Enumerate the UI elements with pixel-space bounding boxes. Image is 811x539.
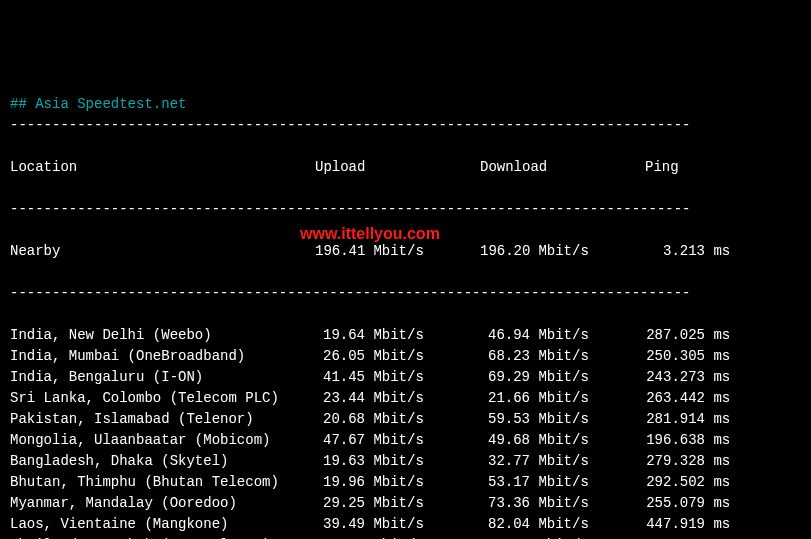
- table-row: Thailand, Bangkok (CAT Telecom)46.61 Mbi…: [10, 535, 801, 539]
- divider-top: ----------------------------------------…: [10, 115, 801, 136]
- nearby-ping: 3.213 ms: [645, 241, 730, 262]
- cell-upload: 29.25 Mbit/s: [315, 493, 480, 514]
- table-row: Bangladesh, Dhaka (Skytel)19.63 Mbit/s32…: [10, 451, 801, 472]
- nearby-download: 196.20 Mbit/s: [480, 241, 645, 262]
- cell-location: India, Mumbai (OneBroadband): [10, 346, 315, 367]
- table-row: Bhutan, Thimphu (Bhutan Telecom)19.96 Mb…: [10, 472, 801, 493]
- cell-location: Myanmar, Mandalay (Ooredoo): [10, 493, 315, 514]
- cell-upload: 26.05 Mbit/s: [315, 346, 480, 367]
- cell-location: Bangladesh, Dhaka (Skytel): [10, 451, 315, 472]
- cell-download: 59.53 Mbit/s: [480, 409, 645, 430]
- table-row: India, New Delhi (Weebo)19.64 Mbit/s46.9…: [10, 325, 801, 346]
- col-location: Location: [10, 157, 315, 178]
- cell-download: 68.23 Mbit/s: [480, 346, 645, 367]
- cell-download: 53.17 Mbit/s: [480, 472, 645, 493]
- table-row: Pakistan, Islamabad (Telenor)20.68 Mbit/…: [10, 409, 801, 430]
- cell-ping: 196.638 ms: [645, 430, 730, 451]
- cell-ping: 250.305 ms: [645, 346, 730, 367]
- cell-location: Thailand, Bangkok (CAT Telecom): [10, 535, 315, 539]
- cell-location: Laos, Vientaine (Mangkone): [10, 514, 315, 535]
- cell-download: 73.36 Mbit/s: [480, 493, 645, 514]
- cell-upload: 20.68 Mbit/s: [315, 409, 480, 430]
- divider-nearby: ----------------------------------------…: [10, 283, 801, 304]
- cell-ping: 255.079 ms: [645, 493, 730, 514]
- cell-ping: 243.273 ms: [645, 367, 730, 388]
- cell-upload: 39.49 Mbit/s: [315, 514, 480, 535]
- cell-upload: 19.96 Mbit/s: [315, 472, 480, 493]
- col-upload: Upload: [315, 157, 480, 178]
- cell-ping: 292.502 ms: [645, 472, 730, 493]
- table-row: India, Bengaluru (I-ON)41.45 Mbit/s69.29…: [10, 367, 801, 388]
- cell-location: India, New Delhi (Weebo): [10, 325, 315, 346]
- table-row: Myanmar, Mandalay (Ooredoo)29.25 Mbit/s7…: [10, 493, 801, 514]
- table-row: Laos, Vientaine (Mangkone)39.49 Mbit/s82…: [10, 514, 801, 535]
- cell-location: India, Bengaluru (I-ON): [10, 367, 315, 388]
- cell-upload: 19.64 Mbit/s: [315, 325, 480, 346]
- cell-ping: 281.914 ms: [645, 409, 730, 430]
- cell-location: Bhutan, Thimphu (Bhutan Telecom): [10, 472, 315, 493]
- cell-download: 46.94 Mbit/s: [480, 325, 645, 346]
- cell-ping: 287.025 ms: [645, 325, 730, 346]
- col-ping: Ping: [645, 157, 679, 178]
- cell-upload: 46.61 Mbit/s: [315, 535, 480, 539]
- cell-download: 65.44 Mbit/s: [480, 535, 645, 539]
- table-row: India, Mumbai (OneBroadband)26.05 Mbit/s…: [10, 346, 801, 367]
- table-row: Sri Lanka, Colombo (Telecom PLC)23.44 Mb…: [10, 388, 801, 409]
- cell-ping: 263.442 ms: [645, 388, 730, 409]
- cell-ping: 226.476 ms: [645, 535, 730, 539]
- col-download: Download: [480, 157, 645, 178]
- table-row: Mongolia, Ulaanbaatar (Mobicom)47.67 Mbi…: [10, 430, 801, 451]
- nearby-upload: 196.41 Mbit/s: [315, 241, 480, 262]
- cell-download: 82.04 Mbit/s: [480, 514, 645, 535]
- cell-upload: 41.45 Mbit/s: [315, 367, 480, 388]
- table-body: India, New Delhi (Weebo)19.64 Mbit/s46.9…: [10, 325, 801, 539]
- cell-location: Pakistan, Islamabad (Telenor): [10, 409, 315, 430]
- nearby-label: Nearby: [10, 241, 315, 262]
- cell-download: 21.66 Mbit/s: [480, 388, 645, 409]
- cell-download: 69.29 Mbit/s: [480, 367, 645, 388]
- cell-location: Sri Lanka, Colombo (Telecom PLC): [10, 388, 315, 409]
- cell-ping: 279.328 ms: [645, 451, 730, 472]
- title: ## Asia Speedtest.net: [10, 96, 186, 112]
- divider-header: ----------------------------------------…: [10, 199, 801, 220]
- header-row: LocationUploadDownloadPing: [10, 157, 801, 178]
- cell-download: 32.77 Mbit/s: [480, 451, 645, 472]
- cell-upload: 19.63 Mbit/s: [315, 451, 480, 472]
- cell-ping: 447.919 ms: [645, 514, 730, 535]
- cell-upload: 23.44 Mbit/s: [315, 388, 480, 409]
- nearby-row: Nearby196.41 Mbit/s196.20 Mbit/s3.213 ms: [10, 241, 801, 262]
- cell-download: 49.68 Mbit/s: [480, 430, 645, 451]
- cell-location: Mongolia, Ulaanbaatar (Mobicom): [10, 430, 315, 451]
- cell-upload: 47.67 Mbit/s: [315, 430, 480, 451]
